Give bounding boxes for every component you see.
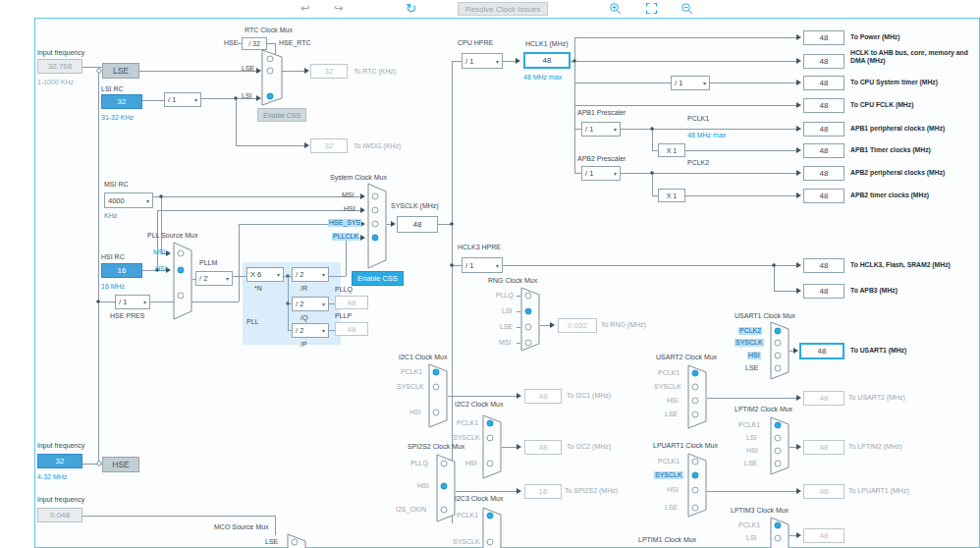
rtc-enable-css-button: Enable CSS — [257, 108, 306, 122]
mco-source-mux[interactable] — [287, 533, 306, 548]
hse-input-frequency-label: Input frequency — [37, 442, 84, 450]
lpuart1-hsi-label: HSI — [667, 486, 679, 494]
usart2-hsi-label: HSI — [667, 397, 679, 405]
to-rtc-label: To RTC (KHz) — [354, 68, 396, 76]
rtc-clock-mux-title: RTC Clock Mux — [245, 27, 293, 34]
to-i2c2-label: To I2C2 (MHz) — [567, 443, 611, 451]
lptim3-clock-mux-title: LPTIM3 Clock Mux — [731, 507, 789, 515]
usart1-pclk2-label: PCLK2 — [738, 327, 762, 335]
system-clock-mux[interactable] — [367, 183, 387, 269]
lptim2-hsi-label: HSI — [746, 447, 758, 455]
apb1-periph-label: APB1 peripheral clocks (MHz) — [850, 125, 945, 133]
lse-input-range-label: 1-1000 KHz — [37, 79, 74, 86]
i2c2-clock-mux[interactable] — [482, 414, 502, 479]
i2c1-sysclk-label: SYSCLK — [397, 383, 424, 391]
spi2s2-i2sckin-label: I2S_CKIN — [396, 506, 426, 514]
lptim3-clock-mux[interactable] — [770, 517, 789, 548]
to-lpuart1-label: To LPUART1 (MHz) — [848, 487, 909, 495]
msi-frequency-select[interactable]: 4000 — [104, 192, 153, 208]
lptim3-clock-value: 48 — [803, 528, 844, 543]
i2c1-pclk1-label: PCLK1 — [401, 368, 422, 376]
pclk1-label: PCLK1 — [687, 115, 709, 123]
cpu-hpre-select[interactable]: / 1 — [462, 53, 503, 69]
pllq-div-value: / 2 — [296, 300, 303, 308]
usart2-clock-mux[interactable] — [687, 364, 707, 429]
pllp-div-value: / 2 — [296, 326, 303, 335]
pllq-out-label: PLLQ — [335, 286, 353, 294]
lptim2-clock-mux[interactable] — [770, 416, 789, 475]
cpu-fclk-value: 48 — [803, 98, 844, 113]
system-enable-css-button[interactable]: Enable CSS — [352, 271, 404, 286]
hclk3-hpre-label: HCLK3 HPRE — [458, 244, 501, 251]
plln-select[interactable]: X 6 — [246, 267, 284, 282]
lpuart1-lse-label: LSE — [665, 504, 678, 512]
i2c1-clock-mux[interactable] — [428, 363, 448, 428]
i2c2-pclk1-label: PCLK1 — [457, 419, 478, 427]
apb2-prescaler-label: APB2 Prescaler — [577, 155, 626, 163]
pll-source-mux[interactable] — [173, 242, 192, 320]
pll-label: PLL — [246, 318, 258, 326]
hclk-ahb-label: HCLK to AHB bus, core, memory and DMA (M… — [850, 49, 972, 65]
sys-hsi-label: HSI — [344, 205, 355, 213]
lptim2-pclk1-label: PCLK1 — [738, 421, 760, 429]
hclk-ahb-value: 48 — [803, 54, 844, 69]
usart2-pclk1-label: PCLK1 — [658, 369, 680, 377]
pllm-select[interactable]: / 2 — [195, 271, 233, 286]
apb2-prescaler-value: / 1 — [585, 169, 593, 178]
sys-hse-sys-label: HSE_SYS — [328, 219, 361, 227]
spi2s2-clock-mux-title: SPI2S2 Clock Mux — [408, 443, 464, 451]
usart1-clock-value[interactable]: 48 — [799, 343, 844, 359]
to-usart2-label: To USART2 (MHz) — [848, 394, 905, 402]
i2c1-hsi-label: HSI — [409, 409, 421, 416]
pclk2-label: PCLK2 — [687, 159, 709, 167]
rtc-clock-mux[interactable] — [261, 49, 283, 106]
to-i2c1-label: To I2C1 (MHz) — [567, 392, 611, 400]
pllq-select[interactable]: / 2 — [292, 297, 329, 311]
msi-rc-label: MSI RC — [104, 181, 129, 189]
systick-divider-select[interactable]: / 1 — [671, 76, 710, 90]
lsi-frequency-field[interactable]: 32 — [101, 94, 142, 109]
spi2s2-clock-mux[interactable] — [436, 454, 456, 522]
msi-frequency-value: 4000 — [108, 196, 125, 205]
pllq-div-label: /Q — [300, 314, 307, 322]
apb2-prescaler-select[interactable]: / 1 — [581, 166, 621, 181]
hse-pres-select[interactable]: / 1 — [115, 295, 150, 309]
hclk3-hpre-select[interactable]: / 1 — [462, 257, 503, 273]
lpuart1-clock-mux-title: LPUART1 Clock Mux — [653, 442, 718, 450]
lsi-divider-select[interactable]: / 1 — [164, 92, 201, 107]
i2c3-clock-mux[interactable] — [482, 507, 502, 548]
rng-pllq-label: PLLQ — [496, 292, 514, 300]
lptim3-pclk1-label: PCLK1 — [738, 521, 760, 529]
pll-hsi-label: HSI — [155, 265, 167, 273]
usart2-clock-mux-title: USART2 Clock Mux — [656, 354, 717, 361]
apb1-prescaler-select[interactable]: / 1 — [581, 122, 621, 137]
pllr-value: / 2 — [296, 270, 303, 279]
hsi-frequency-field[interactable]: 16 — [101, 263, 142, 278]
i2c3-pclk1-label: PCLK1 — [457, 512, 478, 520]
msi-unit-label: KHz — [104, 212, 117, 220]
pllp-out-label: PLLP — [335, 312, 352, 320]
hse-input-frequency-field[interactable]: 32 — [37, 454, 82, 468]
apb1-timer-mult: X 1 — [658, 143, 685, 157]
rng-clock-mux[interactable] — [520, 287, 540, 352]
lsi-divider-value: / 1 — [168, 95, 176, 104]
usart2-clock-value: 48 — [803, 391, 844, 406]
to-iwdg-label: To IWDG (KHz) — [354, 142, 401, 150]
rng-lsi-label: LSI — [502, 307, 513, 315]
pllp-select[interactable]: / 2 — [292, 323, 329, 338]
usart1-clock-mux[interactable] — [770, 321, 789, 380]
pllr-select[interactable]: / 2 — [292, 267, 329, 282]
lpuart1-clock-mux[interactable] — [687, 453, 707, 518]
hclk1-max-label: 48 MHz max — [523, 74, 562, 82]
to-power-value: 48 — [803, 30, 844, 45]
lptim2-clock-value: 48 — [803, 440, 844, 455]
i2c2-clock-value: 48 — [524, 440, 562, 455]
hclk3-label: To HCLK3, Flash, SRAM2 (MHz) — [850, 261, 951, 269]
to-lptim2-label: To LPTIM2 (MHz) — [848, 443, 902, 451]
systick-divider-value: / 1 — [675, 79, 682, 87]
usart1-clock-mux-title: USART1 Clock Mux — [735, 312, 795, 320]
rtc-hse-label: HSE — [224, 39, 238, 47]
ext-input-frequency-label: Input frequency — [37, 496, 84, 504]
hclk1-value[interactable]: 48 — [523, 52, 571, 69]
pll-source-mux-title: PLL Source Mux — [147, 232, 198, 240]
